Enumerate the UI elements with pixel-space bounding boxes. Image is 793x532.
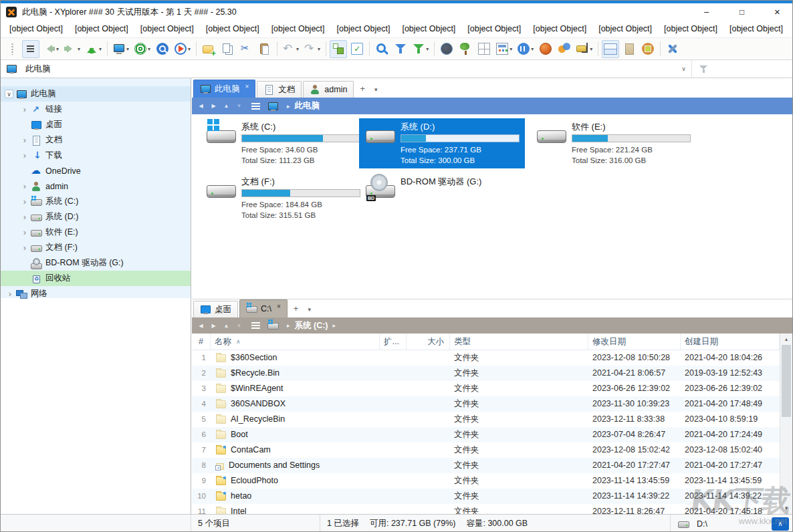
toolbar-button[interactable] (330, 40, 347, 58)
dropdown-caret-icon[interactable] (531, 46, 534, 52)
tree-item[interactable]: 回收站 (1, 271, 191, 286)
new-tab-button[interactable] (289, 303, 304, 313)
tree-item[interactable]: 下载 (1, 148, 191, 163)
menu-item[interactable]: [object Object] (3, 21, 69, 37)
tree-item[interactable]: 此电脑 (1, 86, 191, 102)
toolbar-button[interactable] (256, 40, 273, 58)
tree-item[interactable]: 网络 (1, 286, 191, 301)
up-icon[interactable] (221, 103, 232, 109)
tree-expander-icon[interactable] (19, 243, 30, 253)
toolbar-button[interactable] (556, 40, 573, 58)
pane-tab[interactable]: 此电脑 (193, 80, 255, 98)
drive-tile[interactable]: 软件 (E:) Free Space: 221.24 GB Total Size… (530, 118, 696, 168)
dropdown-caret-icon[interactable] (78, 46, 80, 52)
close-tab-icon[interactable] (277, 303, 281, 310)
address-dropdown-icon[interactable] (676, 60, 692, 78)
scroll-down-icon[interactable] (780, 503, 792, 514)
tree-item[interactable]: admin (1, 178, 191, 194)
dropdown-caret-icon[interactable] (99, 46, 102, 52)
tree-expander-icon[interactable] (19, 182, 30, 191)
pane-tab[interactable]: 桌面 (193, 301, 238, 317)
tree-item[interactable]: 文档 (1, 132, 191, 148)
toolbar-button[interactable] (62, 40, 82, 58)
new-tab-button[interactable] (355, 84, 370, 94)
toolbar-button[interactable] (348, 40, 366, 58)
drive-tile[interactable]: 文档 (F:) Free Space: 184.84 GB Total Size… (200, 173, 366, 223)
tree-expander-icon[interactable] (5, 90, 13, 98)
status-drive-section[interactable]: D:\ (670, 515, 772, 532)
toolbar-button[interactable] (392, 40, 409, 58)
menu-item[interactable]: [object Object] (723, 21, 789, 37)
pane-tab[interactable]: 文档 (257, 81, 302, 98)
tree-item[interactable]: BD-ROM 驱动器 (G:) (1, 255, 191, 271)
pane-tab[interactable]: admin (303, 81, 354, 98)
breadcrumb-location[interactable]: 系统 (C:) (295, 320, 328, 331)
dropdown-caret-icon[interactable] (509, 46, 512, 52)
breadcrumb-menu-icon[interactable] (251, 103, 260, 110)
dropdown-caret-icon[interactable] (296, 46, 299, 52)
menu-item[interactable]: [object Object] (134, 21, 200, 37)
menu-item[interactable]: [object Object] (200, 21, 265, 37)
breadcrumb-menu-icon[interactable] (251, 322, 260, 329)
filter-funnel-button[interactable] (692, 64, 715, 74)
tree-expander-icon[interactable] (19, 228, 30, 237)
menu-item[interactable]: [object Object] (592, 21, 658, 37)
tree-item[interactable]: OneDrive (1, 163, 191, 178)
dropdown-caret-icon[interactable] (126, 46, 129, 52)
toolbar-button[interactable] (3, 40, 21, 58)
tree-item[interactable]: 系统 (D:) (1, 209, 191, 225)
toolbar-button[interactable] (22, 40, 39, 58)
file-row[interactable]: 2 $Recycle.Bin 文件夹 2021-04-21 8:06:57 20… (192, 366, 792, 381)
dropdown-caret-icon[interactable] (188, 46, 191, 52)
toolbar-button[interactable] (574, 40, 594, 58)
column-header[interactable]: 创建日期 (681, 334, 780, 350)
close-tab-icon[interactable] (245, 83, 249, 90)
toolbar-button[interactable] (516, 40, 536, 58)
toolbar-button[interactable] (84, 40, 104, 58)
dropdown-caret-icon[interactable] (426, 46, 429, 52)
toolbar-button[interactable] (302, 40, 322, 58)
back-icon[interactable] (195, 323, 207, 329)
tree-item[interactable]: 文档 (F:) (1, 240, 191, 255)
dropdown-caret-icon[interactable] (590, 46, 592, 52)
vertical-scrollbar[interactable] (780, 334, 792, 514)
scrollbar-thumb[interactable] (782, 345, 791, 417)
toolbar-button[interactable] (154, 40, 171, 58)
column-header[interactable]: 名称 (211, 334, 380, 350)
tree-item[interactable]: 软件 (E:) (1, 225, 191, 240)
file-row[interactable]: 9 EcloudPhoto 文件夹 2023-11-14 13:45:59 20… (192, 473, 792, 489)
toolbar-button[interactable] (219, 40, 236, 58)
tree-item[interactable]: 桌面 (1, 117, 191, 132)
file-row[interactable]: 5 AI_RecycleBin 文件夹 2023-12-11 8:33:38 2… (192, 412, 792, 427)
toolbar-button[interactable] (494, 40, 514, 58)
maximize-button[interactable] (727, 3, 757, 21)
file-row[interactable]: 6 Boot 文件夹 2023-07-04 8:26:47 2021-04-20… (192, 427, 792, 442)
pane-tab[interactable]: C:\ (239, 299, 288, 317)
drive-tile[interactable]: 系统 (D:) Free Space: 237.71 GB Total Size… (359, 118, 525, 168)
file-row[interactable]: 3 $WinREAgent 文件夹 2023-06-26 12:39:02 20… (192, 381, 792, 396)
menu-item[interactable]: [object Object] (461, 21, 527, 37)
tree-expander-icon[interactable] (19, 151, 30, 160)
down-icon[interactable] (233, 323, 245, 329)
toolbar-button[interactable] (438, 40, 455, 58)
toolbar-button[interactable] (620, 40, 638, 58)
menu-item[interactable]: [object Object] (789, 21, 793, 37)
dropdown-caret-icon[interactable] (318, 46, 320, 52)
tree-expander-icon[interactable] (19, 105, 30, 114)
file-row[interactable]: 11 Intel 文件夹 2023-12-11 8:26:47 2021-04-… (192, 504, 792, 514)
close-button[interactable] (762, 3, 792, 21)
toolbar-button[interactable] (537, 40, 554, 58)
tree-expander-icon[interactable] (19, 136, 30, 145)
forward-icon[interactable] (208, 323, 219, 329)
dropdown-caret-icon[interactable] (56, 46, 59, 52)
toolbar-button[interactable] (41, 40, 61, 58)
tree-expander-icon[interactable] (19, 213, 30, 222)
breadcrumb-location[interactable]: 此电脑 (295, 100, 320, 112)
dropdown-caret-icon[interactable] (148, 46, 150, 52)
menu-item[interactable]: [object Object] (658, 21, 723, 37)
toolbar-button[interactable] (237, 40, 255, 58)
tree-item[interactable]: 链接 (1, 102, 191, 117)
forward-icon[interactable] (208, 103, 219, 109)
toolbar-button[interactable] (373, 40, 390, 58)
menu-item[interactable]: [object Object] (527, 21, 592, 37)
